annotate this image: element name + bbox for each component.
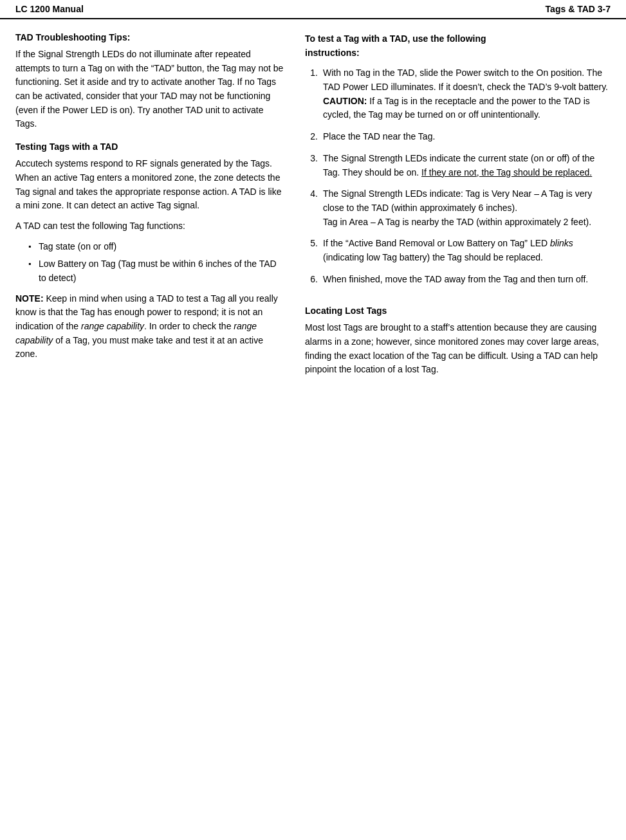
content-area: TAD Troubleshooting Tips: If the Signal … [0,19,626,396]
header-right: Tags & TAD 3-7 [546,4,611,14]
note-italic1: range capability [81,321,144,331]
step-5-text2: (indicating low Tag battery) the Tag sho… [323,252,543,262]
step-4-content: The Signal Strength LEDs indicate: Tag i… [323,187,611,229]
test-title-line1: To test a Tag with a TAD, use the follow… [305,33,486,44]
step-1-caution-label: CAUTION: [323,96,367,106]
left-column: TAD Troubleshooting Tips: If the Signal … [15,32,286,383]
step-4: 4. The Signal Strength LEDs indicate: Ta… [305,187,611,229]
functions-intro: A TAD can test the following Tag functio… [15,219,286,233]
step-3-num: 3. [305,152,318,179]
page-container: LC 1200 Manual Tags & TAD 3-7 TAD Troubl… [0,0,626,840]
note-body2: . In order to check the [144,321,234,331]
locating-body: Most lost Tags are brought to a staff’s … [305,321,611,377]
step-5-italic: blinks [550,238,573,248]
list-item: Low Battery on Tag (Tag must be within 6… [28,257,286,285]
step-1-content: With no Tag in the TAD, slide the Power … [323,66,611,122]
step-1-num: 1. [305,66,318,122]
locating-title: Locating Lost Tags [305,306,611,316]
step-3-content: The Signal Strength LEDs indicate the cu… [323,152,611,179]
note-paragraph: NOTE: Keep in mind when using a TAD to t… [15,292,286,361]
testing-tags-title: Testing Tags with a TAD [15,142,286,152]
tad-troubleshooting-body: If the Signal Strength LEDs do not illum… [15,48,286,131]
test-instructions-title: To test a Tag with a TAD, use the follow… [305,32,611,60]
note-body3: of a Tag, you must make take and test it… [15,335,263,360]
step-2-text: Place the TAD near the Tag. [323,131,435,142]
step-2: 2. Place the TAD near the Tag. [305,130,611,144]
step-2-content: Place the TAD near the Tag. [323,130,611,144]
step-5-content: If the “Active Band Removal or Low Batte… [323,237,611,264]
step-5-num: 5. [305,237,318,264]
locating-section: Locating Lost Tags Most lost Tags are br… [305,306,611,377]
list-item: Tag state (on or off) [28,240,286,254]
step-4-text: The Signal Strength LEDs indicate: Tag i… [323,188,592,226]
test-title-line2: instructions: [305,48,360,58]
step-3-underline: If they are not, the Tag should be repla… [421,167,592,178]
step-4-num: 4. [305,187,318,229]
bullet-list: Tag state (on or off) Low Battery on Tag… [28,240,286,286]
instructions-list: 1. With no Tag in the TAD, slide the Pow… [305,66,611,286]
step-6: 6. When finished, move the TAD away from… [305,273,611,287]
right-column: To test a Tag with a TAD, use the follow… [305,32,611,383]
step-3: 3. The Signal Strength LEDs indicate the… [305,152,611,179]
note-label: NOTE: [15,293,44,304]
step-1: 1. With no Tag in the TAD, slide the Pow… [305,66,611,122]
step-2-num: 2. [305,130,318,144]
step-6-num: 6. [305,273,318,287]
tad-troubleshooting-title: TAD Troubleshooting Tips: [15,32,286,42]
step-5-text: If the “Active Band Removal or Low Batte… [323,238,550,248]
step-1-text: With no Tag in the TAD, slide the Power … [323,68,608,92]
step-5: 5. If the “Active Band Removal or Low Ba… [305,237,611,264]
step-6-content: When finished, move the TAD away from th… [323,273,611,287]
testing-tags-intro: Accutech systems respond to RF signals g… [15,157,286,213]
step-6-text: When finished, move the TAD away from th… [323,274,588,284]
header-left: LC 1200 Manual [15,4,84,14]
page-header: LC 1200 Manual Tags & TAD 3-7 [0,0,626,19]
